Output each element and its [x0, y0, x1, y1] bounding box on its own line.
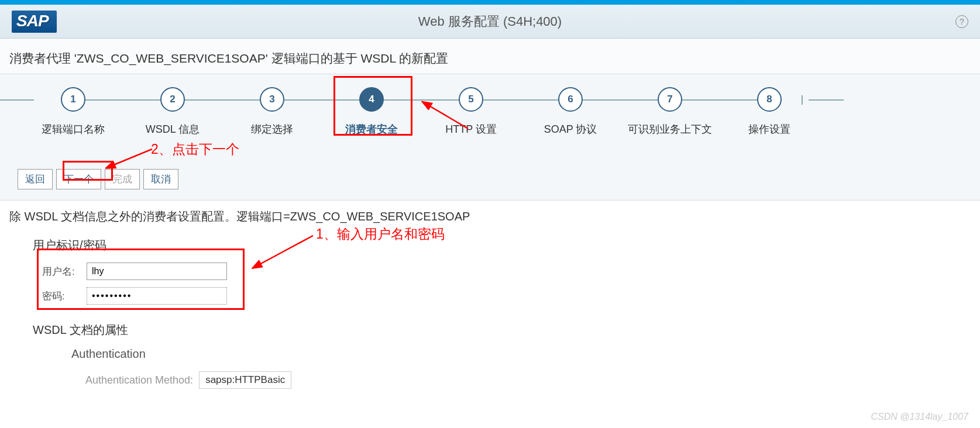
- back-button[interactable]: 返回: [18, 169, 53, 189]
- wizard-step-5[interactable]: 5 HTTP 设置: [421, 87, 521, 136]
- step-label: WSDL 信息: [146, 122, 200, 136]
- finish-button: 完成: [105, 169, 140, 189]
- top-accent-bar: [0, 0, 980, 5]
- password-label: 密码:: [42, 289, 87, 303]
- step-label: HTTP 设置: [445, 122, 497, 136]
- step-line: [272, 99, 372, 101]
- credentials-title: 用户标识/密码: [33, 237, 971, 253]
- sap-logo: SAP: [12, 11, 57, 33]
- wizard-step-8[interactable]: 8 操作设置: [720, 87, 819, 136]
- content: 除 WSDL 文档信息之外的消费者设置配置。逻辑端口=ZWS_CO_WEB_SE…: [0, 201, 980, 415]
- wizard-step-4[interactable]: 4 消费者安全: [322, 87, 421, 136]
- help-icon[interactable]: ?: [955, 15, 968, 28]
- auth-method-value: sapsp:HTTPBasic: [199, 371, 291, 389]
- watermark: CSDN @1314lay_1007: [871, 412, 968, 422]
- step-circle: 5: [459, 87, 483, 112]
- wizard-step-7[interactable]: 7 可识别业务上下文: [620, 87, 720, 136]
- step-circle: 1: [61, 87, 85, 112]
- password-input[interactable]: [87, 287, 227, 305]
- next-button[interactable]: 下一个: [56, 169, 101, 189]
- info-text: 除 WSDL 文档信息之外的消费者设置配置。逻辑端口=ZWS_CO_WEB_SE…: [9, 209, 971, 225]
- wizard-end-tick: [802, 95, 803, 105]
- page-title: Web 服务配置 (S4H;400): [418, 13, 562, 30]
- cancel-button[interactable]: 取消: [143, 169, 178, 189]
- step-circle: 2: [160, 87, 185, 112]
- auth-method-row: Authentication Method: sapsp:HTTPBasic: [85, 371, 971, 389]
- credentials-section: 用户标识/密码 用户名: 密码:: [33, 237, 971, 305]
- step-circle: 6: [558, 87, 583, 112]
- wizard-step-6[interactable]: 6 SOAP 协议: [521, 87, 620, 136]
- header: SAP Web 服务配置 (S4H;400) ?: [0, 5, 980, 39]
- step-circle: 4: [359, 87, 384, 112]
- wizard-step-1[interactable]: 1 逻辑端口名称: [23, 87, 123, 136]
- step-line: [73, 99, 173, 101]
- step-line: [173, 99, 272, 101]
- step-line-end: [809, 99, 844, 101]
- wizard-container: 1 逻辑端口名称 2 WSDL 信息 3 绑定选择 4 消费者安全 5 HTTP…: [0, 74, 980, 201]
- step-label: 逻辑端口名称: [42, 122, 105, 136]
- username-row: 用户名:: [42, 263, 971, 280]
- step-label: 消费者安全: [345, 122, 398, 136]
- step-label: SOAP 协议: [544, 122, 597, 136]
- step-label: 绑定选择: [251, 122, 293, 136]
- password-row: 密码:: [42, 287, 971, 305]
- wsdl-section: WSDL 文档的属性 Authentication Authentication…: [33, 322, 971, 389]
- username-input[interactable]: [87, 263, 227, 280]
- wizard-step-3[interactable]: 3 绑定选择: [222, 87, 322, 136]
- sub-header: 消费者代理 'ZWS_CO_WEB_SERVICE1SOAP' 逻辑端口的基于 …: [0, 39, 980, 74]
- step-circle: 7: [658, 87, 682, 112]
- username-label: 用户名:: [42, 265, 87, 278]
- wsdl-section-title: WSDL 文档的属性: [33, 322, 971, 338]
- step-line: [471, 99, 570, 101]
- auth-method-label: Authentication Method:: [85, 374, 193, 386]
- wizard-step-2[interactable]: 2 WSDL 信息: [123, 87, 222, 136]
- step-line: [670, 99, 769, 101]
- auth-title: Authentication: [71, 347, 971, 361]
- step-circle: 8: [757, 87, 782, 112]
- step-line-start: [0, 99, 34, 101]
- auth-section: Authentication Authentication Method: sa…: [71, 347, 971, 389]
- step-line: [372, 99, 471, 101]
- step-label: 可识别业务上下文: [628, 122, 712, 136]
- wizard-steps: 1 逻辑端口名称 2 WSDL 信息 3 绑定选择 4 消费者安全 5 HTTP…: [23, 87, 962, 136]
- step-label: 操作设置: [748, 122, 790, 136]
- step-circle: 3: [260, 87, 284, 112]
- step-line: [570, 99, 670, 101]
- button-bar: 返回 下一个 完成 取消: [18, 169, 962, 189]
